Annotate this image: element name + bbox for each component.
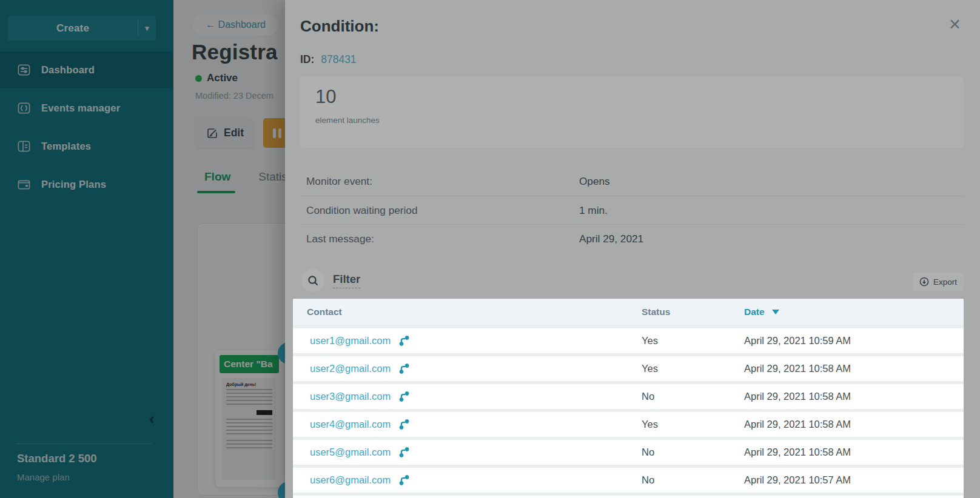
contact-email-link[interactable]: user2@gmail.com xyxy=(310,363,391,374)
status-cell: No xyxy=(642,474,744,486)
column-header-date-label: Date xyxy=(744,307,765,317)
date-cell: April 29, 2021 10:58 AM xyxy=(744,419,964,430)
date-cell: April 29, 2021 10:58 AM xyxy=(744,363,964,374)
condition-results-table: Contact Status Date user1@gmail.com Yes … xyxy=(293,299,964,498)
status-cell: No xyxy=(642,447,744,458)
column-header-date-sort[interactable]: Date xyxy=(744,307,964,317)
sort-desc-icon xyxy=(772,310,779,314)
column-header-status: Status xyxy=(642,307,744,317)
flow-branch-icon[interactable] xyxy=(398,363,410,374)
flow-branch-icon[interactable] xyxy=(398,335,410,347)
contact-email-link[interactable]: user3@gmail.com xyxy=(310,391,391,402)
table-row[interactable]: user3@gmail.com No April 29, 2021 10:58 … xyxy=(293,384,964,409)
contact-email-link[interactable]: user5@gmail.com xyxy=(310,447,391,458)
table-row[interactable]: user2@gmail.com Yes April 29, 2021 10:58… xyxy=(293,356,964,381)
date-cell: April 29, 2021 10:58 AM xyxy=(744,391,964,402)
contact-email-link[interactable]: user4@gmail.com xyxy=(310,419,391,430)
status-cell: Yes xyxy=(642,363,744,374)
table-row[interactable]: user1@gmail.com Yes April 29, 2021 10:59… xyxy=(293,328,964,353)
date-cell: April 29, 2021 10:59 AM xyxy=(744,335,964,347)
flow-branch-icon[interactable] xyxy=(398,419,410,430)
contact-email-link[interactable]: user6@gmail.com xyxy=(310,474,391,486)
column-header-contact: Contact xyxy=(293,307,642,317)
contact-email-link[interactable]: user1@gmail.com xyxy=(310,335,391,347)
date-cell: April 29, 2021 10:58 AM xyxy=(744,447,964,458)
table-header-row: Contact Status Date xyxy=(293,299,964,325)
status-cell: Yes xyxy=(642,419,744,430)
table-row[interactable]: user4@gmail.com Yes April 29, 2021 10:58… xyxy=(293,412,964,437)
flow-branch-icon[interactable] xyxy=(398,447,410,458)
app-window: Create ▼ Dashboard Events manager xyxy=(0,0,980,498)
status-cell: Yes xyxy=(642,335,744,347)
table-row-partial xyxy=(293,496,964,498)
table-row[interactable]: user6@gmail.com No April 29, 2021 10:57 … xyxy=(293,468,964,493)
table-row[interactable]: user5@gmail.com No April 29, 2021 10:58 … xyxy=(293,440,964,465)
date-cell: April 29, 2021 10:57 AM xyxy=(744,474,964,486)
flow-branch-icon[interactable] xyxy=(398,474,410,486)
flow-branch-icon[interactable] xyxy=(398,391,410,402)
status-cell: No xyxy=(642,391,744,402)
